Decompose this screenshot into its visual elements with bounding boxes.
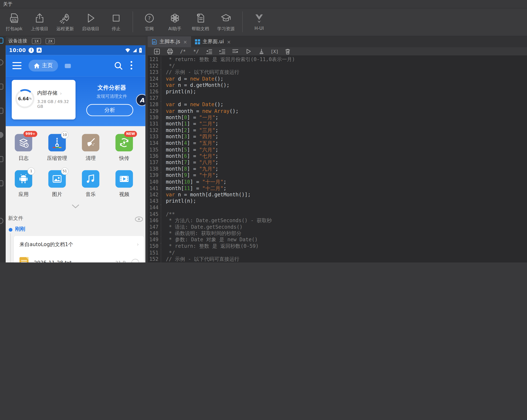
line-number: 134 [148,140,161,147]
toolbar-button-apk-package[interactable]: APK打包apk [1,9,27,32]
app-shortcut-zip[interactable]: 10压缩管理 [40,134,74,161]
code-text: month[7] = "八月"; [161,159,218,166]
clear-trash-icon[interactable] [283,48,292,55]
hamburger-menu-icon[interactable] [12,62,22,71]
analyze-button[interactable]: 分析 [86,104,133,116]
code-text: var month = new Array(); [161,108,239,114]
toolbar-button-help-docs[interactable]: 帮助文档 [187,9,213,32]
list2-strip-icon[interactable] [0,180,3,186]
chevron-right-icon[interactable]: › [136,241,139,247]
run-script-icon[interactable] [244,48,253,55]
app-shortcut-videos[interactable]: 视频 [107,170,141,198]
record-strip-icon[interactable] [0,132,3,138]
phone-strip-icon[interactable] [0,108,3,114]
storage-title: 内部存储 [37,90,57,96]
gear-strip-icon[interactable] [0,84,3,89]
indent-icon[interactable] [218,48,227,55]
toolbar-button-run-project[interactable]: 启动项目 [78,9,103,32]
app-shortcut-apps[interactable]: 1应用 [7,170,40,198]
toolbar-button-ai-assistant[interactable]: AI助手 [162,9,188,32]
outdent-icon[interactable] [205,48,214,55]
storage-card[interactable]: 6.64% 内部存储 › 3.28 GB / 49.32 GB [12,80,76,120]
ai-assistant-icon [169,12,180,24]
variables-icon[interactable]: [X] [270,48,279,55]
toolbar-button-website-help[interactable]: ?官网 [137,9,162,32]
line-number: 132 [148,127,161,134]
comment-close-icon[interactable]: */ [192,48,201,55]
toolbar-button-stop[interactable]: 停止 [103,9,129,32]
line-number: 149 [148,237,161,243]
website-help-icon: ? [144,12,155,24]
code-text: */ [161,63,175,69]
text-file-icon [20,257,29,263]
learning-resources-icon [220,12,232,24]
code-editor[interactable]: 121 * return: 整数 是 返回月份索引(0-11,0表示一月)122… [148,55,527,263]
toolbar-button-hui-logo[interactable]: H-UI [246,9,272,31]
svg-text:APK: APK [11,18,17,21]
editor-tab-主脚本.js[interactable]: JS主脚本.js× [148,36,191,47]
code-text: month[10] = "十一月"; [161,179,226,185]
device-strip-icon[interactable] [0,38,3,44]
mirror-zoom-2x-button[interactable]: 2X [46,38,55,44]
line-number: 126 [148,88,161,95]
test-flask-icon[interactable] [257,48,266,55]
close-tab-icon[interactable]: × [227,39,231,44]
home-tab-label: 主页 [42,62,53,69]
device-mirror-screen[interactable]: 10:00 i A 主页 6.64% [6,45,145,263]
app-badge: 1 [27,167,35,175]
power-strip-icon[interactable] [0,59,3,66]
app-shortcut-music[interactable]: 音乐 [74,170,107,198]
toolbar-button-remote-update[interactable]: 远程更新 [53,9,78,32]
app-shortcut-clean[interactable]: 清理 [74,134,107,161]
run-project-icon [85,12,96,24]
toolbar-button-upload-project[interactable]: 上传项目 [27,9,53,32]
format-code-icon[interactable] [231,48,240,55]
file-group-card[interactable]: 来自autoLog的文档1个 › 2025-11-28.txt 31 B [14,236,144,263]
search-icon[interactable] [114,61,123,70]
line-number: 142 [148,192,161,198]
home-tab-button[interactable]: 主页 [29,60,58,72]
side-strip [0,36,6,263]
code-line: 140month[10] = "十一月"; [148,179,527,185]
app-shortcut-transfer[interactable]: NEW快传 [107,134,141,161]
app-shortcut-logs[interactable]: 999+日志 [7,134,40,161]
menu-about[interactable]: 关于 [3,1,12,7]
code-line: 121 * return: 整数 是 返回月份索引(0-11,0表示一月) [148,56,527,63]
timeline-line [10,233,11,263]
line-number: 152 [148,256,161,263]
new-file-icon[interactable] [152,48,161,55]
toolbar-button-learning-resources[interactable]: 学习资源 [213,9,239,32]
assistant-bubble[interactable]: A [136,94,145,106]
code-line: 125var n = d.getMonth(); [148,82,527,89]
app-shortcut-images[interactable]: 51图片 [40,170,74,198]
tab-indicator-icon[interactable] [65,64,71,68]
app-label: 音乐 [86,191,96,198]
editor-toolbar: /**/[X] [148,47,527,55]
stop-icon [110,12,122,24]
home-icon [34,63,40,68]
chevron-down-icon[interactable] [72,204,79,209]
images-app-icon: 51 [48,170,66,188]
line-number: 122 [148,63,161,69]
toolbar-button-label: 帮助文档 [192,26,209,32]
chevron-right-icon[interactable]: › [59,90,62,96]
eye-icon[interactable] [135,217,143,222]
new-files-section: 新文件 刚刚 来自autoLog的文档1个 › 2025-11-28.txt 3… [6,212,145,263]
code-text: month[4] = "五月"; [161,140,218,147]
storage-percent-unit: % [29,97,32,100]
line-number: 130 [148,114,161,121]
file-row[interactable]: 2025-11-28.txt 31 B [20,254,139,263]
comment-open-icon[interactable]: /* [178,48,187,55]
code-line: 151 */ [148,250,527,256]
cable-strip-icon[interactable] [0,218,3,224]
close-tab-icon[interactable]: × [183,39,187,44]
more-options-icon[interactable] [131,61,132,71]
line-number: 143 [148,198,161,205]
list-strip-icon[interactable] [0,156,3,162]
mirror-zoom-1x-button[interactable]: 1X [32,38,41,44]
code-line: 133month[3] = "四月"; [148,134,527,140]
editor-tab-主界面.ui[interactable]: 主界面.ui× [191,36,235,47]
code-line: 136month[6] = "七月"; [148,153,527,159]
file-select-checkbox[interactable] [131,259,139,263]
print-icon[interactable] [165,48,174,55]
